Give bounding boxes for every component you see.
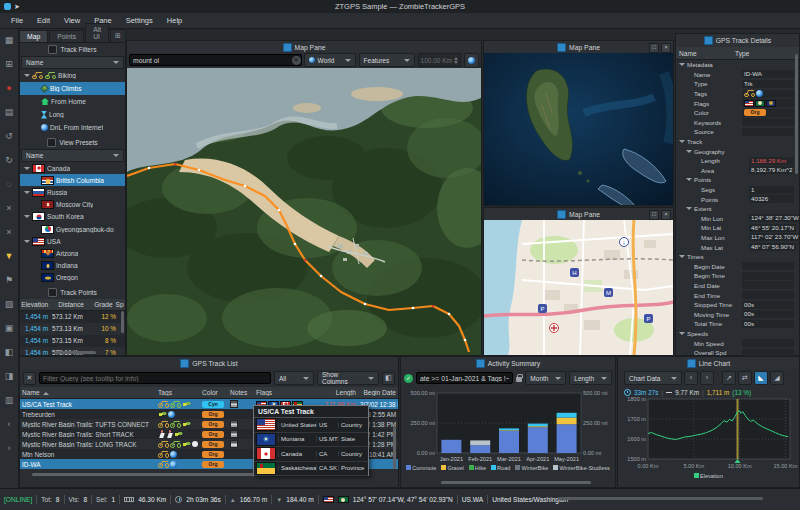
details-row-flags[interactable]: Flags [676, 98, 799, 108]
track-points-header[interactable]: Track Points [20, 286, 125, 299]
activity-hscrollbar[interactable] [441, 481, 591, 484]
expander-icon[interactable] [24, 167, 30, 170]
globe-map-canvas[interactable] [484, 53, 673, 205]
float-button[interactable]: □ [649, 210, 659, 220]
details-row-name[interactable]: NameID-WA [676, 70, 799, 80]
details-row-type[interactable]: TypeTrk [676, 79, 799, 89]
col-header-tags[interactable]: Tags [156, 389, 200, 396]
linechart-titlebar[interactable]: Line Chart [618, 357, 799, 369]
expander-icon[interactable] [24, 191, 30, 194]
menu-help[interactable]: Help [160, 14, 189, 27]
menu-view[interactable]: View [57, 14, 87, 27]
col-header-begin-date[interactable]: Begin Date [358, 389, 398, 396]
activity-filter-input[interactable] [416, 372, 513, 384]
trackpoint-row[interactable]: 1,454 m573.12 Km12 % [20, 311, 125, 323]
tree-item-russia[interactable]: Russia [20, 186, 125, 198]
tree-item-gyeongsangbuk-do[interactable]: Gyeongsangbuk-do [20, 223, 125, 235]
activity-checkbox[interactable] [476, 359, 485, 368]
details-row-color[interactable]: ColorOrg [676, 108, 799, 118]
tree-item-dnl-from-internet[interactable]: DnL From Internet [20, 121, 125, 134]
tracklist-hscrollbar[interactable] [32, 473, 267, 476]
list-icon[interactable]: ▤ [2, 105, 17, 120]
track-filters-checkbox[interactable] [48, 45, 57, 54]
col-header-notes[interactable]: Notes [228, 389, 254, 396]
trackpoints-hscrollbar[interactable] [54, 351, 96, 354]
details-row-track[interactable]: Track [676, 137, 799, 147]
overview-icon[interactable]: ▦ [2, 33, 17, 48]
details-row-min-lat[interactable]: Min Lat46° 55' 20.17"N [676, 223, 799, 233]
map-pane-checkbox[interactable] [557, 43, 566, 52]
activity-bar-chart[interactable]: 0.00 mi0.00 mi250.00 mi250.00 mi500.00 m… [401, 387, 615, 465]
tab-map[interactable]: Map [19, 30, 48, 42]
expander-icon[interactable] [679, 63, 685, 66]
tree-item-south-korea[interactable]: South Korea [20, 211, 125, 223]
details-row-length[interactable]: Length1,188.29 Km [676, 156, 799, 166]
close-icon[interactable]: × [2, 201, 17, 216]
track-points-column-headers[interactable]: ElevationDistanceGradeSp [20, 299, 125, 311]
folder-icon[interactable]: ▨ [2, 297, 17, 312]
tracklist-checkbox[interactable] [180, 359, 189, 368]
track-filters-header[interactable]: Track Filters [20, 43, 125, 56]
linechart-checkbox[interactable] [687, 359, 696, 368]
col-header-length[interactable]: Length [320, 389, 358, 396]
details-column-headers[interactable]: Name Type [676, 47, 799, 60]
tracklist-vscrollbar[interactable] [393, 427, 396, 469]
tree-item-from-home[interactable]: From Home [20, 95, 125, 108]
details-row-source[interactable]: Source [676, 127, 799, 137]
lock-icon[interactable] [516, 377, 522, 382]
details-row-points[interactable]: Points40326 [676, 194, 799, 204]
col-header-name[interactable]: Name [20, 389, 156, 396]
user-filter-button[interactable]: ◧ [382, 372, 395, 385]
expander-icon[interactable] [679, 255, 685, 258]
spin-down-icon[interactable] [454, 61, 458, 64]
expander-icon[interactable] [686, 207, 692, 210]
details-row-end-time[interactable]: End Time [676, 290, 799, 300]
street-map-canvas[interactable]: P H M P i [484, 220, 673, 355]
expander-icon[interactable] [679, 140, 685, 143]
details-row-extent[interactable]: Extent [676, 204, 799, 214]
filter-icon[interactable]: ▼ [2, 249, 17, 264]
tab-detach-icon[interactable]: ⊞ [110, 29, 126, 42]
pane-right-icon[interactable]: ◨ [2, 369, 17, 384]
details-row-begin-date[interactable]: Begin Date [676, 261, 799, 271]
tree-item-british-columbia[interactable]: British Columbia [20, 174, 125, 186]
chart-data-combo[interactable]: Chart Data [624, 371, 682, 385]
details-row-min-lon[interactable]: Min Lon124° 38' 27.30"W [676, 214, 799, 224]
tree-item-oregon[interactable]: Oregon [20, 272, 125, 284]
tree-item-canada[interactable]: Canada [20, 162, 125, 174]
tab-alt-ui[interactable]: Alt UI [85, 23, 109, 42]
view-presets-checkbox[interactable] [47, 138, 56, 147]
expander-icon[interactable] [686, 150, 692, 153]
details-row-tags[interactable]: Tags [676, 89, 799, 99]
close-button[interactable]: × [661, 43, 671, 53]
filters-column-header[interactable]: Name [21, 56, 124, 69]
col-header-flags[interactable]: Flags [254, 389, 320, 396]
tree-item-moscow-city[interactable]: Moscow City [20, 199, 125, 211]
map-pane-street-titlebar[interactable]: Map Pane □ × [484, 208, 673, 220]
map-pane-checkbox[interactable] [283, 43, 292, 52]
col-header-color[interactable]: Color [200, 389, 228, 396]
view-presets-header[interactable]: View Presets [20, 136, 125, 149]
chart-fill-alt-button[interactable]: ◢ [770, 371, 784, 385]
expander-icon[interactable] [24, 215, 30, 218]
grid-icon[interactable]: ▥ [2, 393, 17, 408]
tab-points[interactable]: Points [49, 30, 84, 42]
filter-clear-button[interactable]: ✕ [23, 372, 36, 385]
tree-item-biking[interactable]: Biking [20, 69, 125, 82]
chart-fill-button[interactable]: ◣ [754, 371, 768, 385]
menu-edit[interactable]: Edit [30, 14, 57, 27]
details-row-geography[interactable]: Geography [676, 146, 799, 156]
flag-icon[interactable]: ⚑ [2, 273, 17, 288]
world-combo[interactable]: World [304, 53, 356, 67]
redo-icon[interactable]: ↻ [2, 153, 17, 168]
expander-icon[interactable] [24, 240, 30, 243]
details-row-begin-time[interactable]: Begin Time [676, 271, 799, 281]
features-combo[interactable]: Features [359, 53, 415, 67]
trackpoint-row[interactable]: 1,454 m573.13 Km10 % [20, 323, 125, 335]
details-row-moving-time[interactable]: Moving Time00s [676, 309, 799, 319]
details-row-stopped-time[interactable]: Stopped Time00s [676, 300, 799, 310]
record-icon[interactable]: ● [2, 81, 17, 96]
spin-up-icon[interactable] [454, 57, 458, 60]
expander-icon[interactable] [24, 74, 30, 77]
tree-item-long[interactable]: Long [20, 108, 125, 121]
